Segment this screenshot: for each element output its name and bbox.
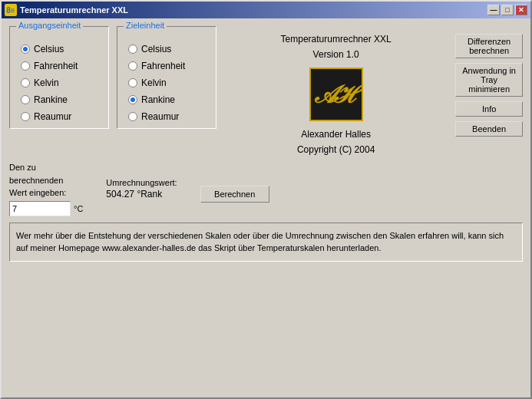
- source-legend: Ausgangseinheit: [16, 21, 83, 30]
- input-row: °C: [9, 201, 83, 216]
- value-input[interactable]: [9, 201, 71, 216]
- app-icon: 8≡: [5, 4, 17, 16]
- source-reaumur-label: Reaumur: [34, 111, 71, 122]
- target-rankine-label: Rankine: [141, 94, 175, 105]
- target-rankine-radio[interactable]: [128, 95, 137, 104]
- source-kelvin-radio[interactable]: [21, 78, 30, 87]
- target-fahrenheit-label: Fahrenheit: [141, 61, 185, 71]
- mid-left: Den zu berechnenden Wert eingeben: °C Um…: [9, 161, 269, 216]
- source-rankine[interactable]: Rankine: [21, 94, 97, 105]
- result-group: Umrechnungswert: 504.27 °Rank: [106, 178, 177, 200]
- source-fieldset: Ausgangseinheit Celsius Fahrenheit Kelvi…: [9, 26, 109, 129]
- minimize-button[interactable]: —: [487, 5, 500, 15]
- top-section: Ausgangseinheit Celsius Fahrenheit Kelvi…: [9, 26, 523, 155]
- main-window: 8≡ Temperaturumrechner XXL — □ ✕ Ausgang…: [0, 0, 532, 399]
- info-text: Wer mehr über die Entstehung der verschi…: [16, 231, 504, 253]
- source-radio-group: Celsius Fahrenheit Kelvin Rankine: [21, 38, 97, 122]
- maximize-button[interactable]: □: [501, 5, 514, 15]
- copyright: Copyright (C) 2004: [297, 144, 375, 155]
- target-fieldset: Zieleinheit Celsius Fahrenheit Kelvin: [117, 26, 216, 129]
- target-fahrenheit-radio[interactable]: [128, 61, 137, 71]
- source-reaumur-radio[interactable]: [21, 112, 30, 121]
- input-unit: °C: [74, 204, 83, 213]
- logo-text: 𝒜ℋ: [315, 81, 358, 109]
- difference-button[interactable]: Differenzen berechnen: [455, 34, 523, 58]
- info-text-box: Wer mehr über die Entstehung der verschi…: [9, 223, 523, 262]
- app-info-section: Temperaturumrechner XXL Version 1.0 𝒜ℋ A…: [224, 26, 448, 155]
- source-reaumur[interactable]: Reaumur: [21, 111, 97, 122]
- target-kelvin[interactable]: Kelvin: [128, 77, 205, 88]
- source-celsius-radio[interactable]: [21, 45, 30, 54]
- main-content: Ausgangseinheit Celsius Fahrenheit Kelvi…: [2, 18, 530, 397]
- author-name: Alexander Halles: [301, 129, 371, 140]
- source-kelvin[interactable]: Kelvin: [21, 77, 97, 88]
- target-celsius-radio[interactable]: [128, 45, 137, 54]
- source-fahrenheit[interactable]: Fahrenheit: [21, 61, 97, 71]
- mid-section: Den zu berechnenden Wert eingeben: °C Um…: [9, 161, 523, 216]
- target-kelvin-radio[interactable]: [128, 78, 137, 87]
- info-button[interactable]: Info: [455, 101, 523, 117]
- calculate-button[interactable]: Berechnen: [200, 186, 269, 203]
- source-fahrenheit-label: Fahrenheit: [34, 61, 78, 71]
- close-button[interactable]: ✕: [515, 5, 527, 15]
- input-label: Den zu berechnenden Wert eingeben:: [9, 161, 83, 200]
- titlebar: 8≡ Temperaturumrechner XXL — □ ✕: [2, 2, 530, 18]
- input-group: Den zu berechnenden Wert eingeben: °C: [9, 161, 83, 216]
- window-title: Temperaturumrechner XXL: [20, 5, 128, 15]
- minimize-tray-button[interactable]: Anwendung in Tray minimieren: [455, 63, 523, 97]
- target-reaumur[interactable]: Reaumur: [128, 111, 205, 122]
- app-title: Temperaturumrechner XXL: [281, 34, 392, 45]
- result-value: 504.27 °Rank: [106, 189, 177, 200]
- source-celsius[interactable]: Celsius: [21, 44, 97, 54]
- target-kelvin-label: Kelvin: [141, 77, 167, 88]
- app-logo: 𝒜ℋ: [309, 68, 363, 121]
- result-label: Umrechnungswert:: [106, 178, 177, 187]
- calc-btn-container: Berechnen: [200, 174, 269, 203]
- right-buttons: Differenzen berechnen Anwendung in Tray …: [455, 26, 523, 137]
- exit-button[interactable]: Beenden: [455, 121, 523, 137]
- source-fahrenheit-radio[interactable]: [21, 61, 30, 71]
- target-celsius-label: Celsius: [141, 44, 171, 54]
- target-radio-group: Celsius Fahrenheit Kelvin Rankine: [128, 38, 205, 122]
- source-rankine-radio[interactable]: [21, 95, 30, 104]
- titlebar-buttons: — □ ✕: [487, 5, 527, 15]
- app-version: Version 1.0: [313, 49, 359, 60]
- target-rankine[interactable]: Rankine: [128, 94, 205, 105]
- source-rankine-label: Rankine: [34, 94, 68, 105]
- target-fahrenheit[interactable]: Fahrenheit: [128, 61, 205, 71]
- target-reaumur-radio[interactable]: [128, 112, 137, 121]
- target-celsius[interactable]: Celsius: [128, 44, 205, 54]
- target-reaumur-label: Reaumur: [141, 111, 179, 122]
- target-legend: Zieleinheit: [124, 21, 167, 30]
- source-celsius-label: Celsius: [34, 44, 64, 54]
- source-kelvin-label: Kelvin: [34, 77, 59, 88]
